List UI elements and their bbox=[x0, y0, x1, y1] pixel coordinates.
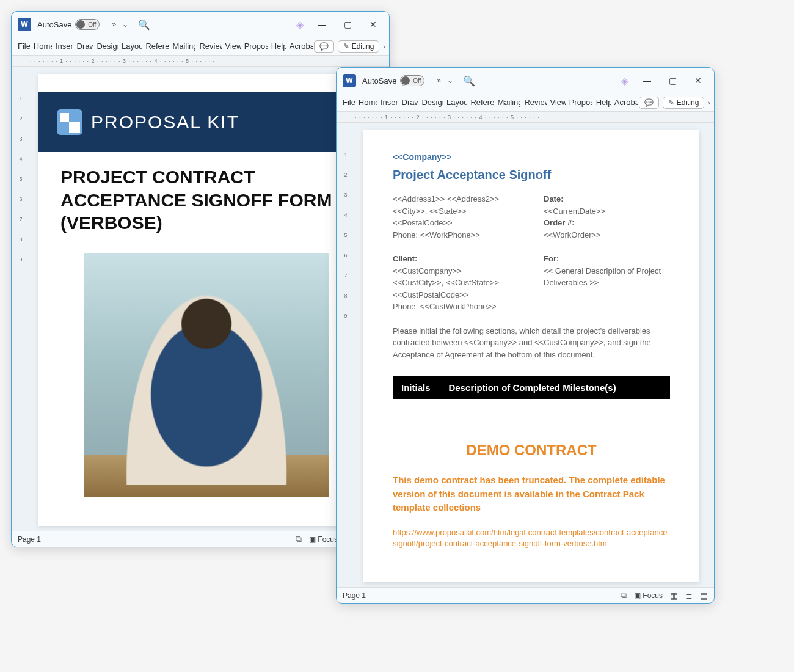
tab-help[interactable]: Help bbox=[594, 95, 611, 109]
vertical-ruler[interactable]: 1 2 3 4 5 6 7 8 9 bbox=[340, 130, 351, 587]
tab-proposal[interactable]: Proposal bbox=[567, 95, 592, 109]
status-bar: Page 1 ⧉ ▣ Focus ▦ ≣ ▤ bbox=[12, 531, 389, 547]
display-settings-icon[interactable]: ⧉ bbox=[621, 590, 627, 601]
ribbon-tabs: File Home Insert Draw Design Layout Refe… bbox=[12, 37, 389, 56]
tab-acrobat[interactable]: Acrobat bbox=[612, 95, 638, 109]
horizontal-ruler[interactable]: · · · · · · · 1 · · · · · · 2 · · · · · … bbox=[12, 56, 389, 67]
tab-acrobat[interactable]: Acrobat bbox=[287, 39, 313, 53]
tab-draw[interactable]: Draw bbox=[399, 95, 418, 109]
search-icon[interactable]: 🔍 bbox=[463, 75, 475, 87]
demo-contract-link[interactable]: https://www.proposalkit.com/htm/legal-co… bbox=[393, 527, 670, 549]
search-icon[interactable]: 🔍 bbox=[138, 19, 150, 31]
tab-design[interactable]: Design bbox=[419, 95, 443, 109]
address-date-row: <<Address1>> <<Address2>> <<City>>, <<St… bbox=[393, 193, 670, 241]
client-for-row: Client: <<CustCompany>> <<CustCity>>, <<… bbox=[393, 253, 670, 313]
horizontal-ruler[interactable]: · · · · · · · 1 · · · · · · 2 · · · · · … bbox=[337, 112, 714, 123]
col-description: Description of Completed Milestone(s) bbox=[449, 382, 616, 393]
document-title: PROJECT CONTRACT ACCEPTANCE SIGNOFF FORM… bbox=[38, 152, 374, 241]
focus-mode-button[interactable]: ▣ Focus bbox=[634, 591, 663, 600]
maximize-button[interactable]: ▢ bbox=[663, 76, 682, 86]
tab-insert[interactable]: Insert bbox=[53, 39, 73, 53]
cover-illustration bbox=[84, 253, 329, 497]
for-label: For: bbox=[544, 253, 670, 265]
word-app-icon: W bbox=[18, 18, 31, 31]
word-app-icon: W bbox=[343, 74, 356, 87]
word-window-1: W AutoSave Off » ⌄ 🔍 ◈ — ▢ ✕ File Home I… bbox=[11, 11, 390, 547]
for-details: << General Description of Project Delive… bbox=[544, 265, 670, 289]
comments-button[interactable]: 💬 bbox=[314, 40, 334, 53]
premium-diamond-icon[interactable]: ◈ bbox=[296, 19, 304, 31]
tab-layout[interactable]: Layout bbox=[444, 95, 467, 109]
ribbon-collapse-icon[interactable]: › bbox=[383, 43, 385, 50]
document-area: 1 2 3 4 5 6 7 8 9 <<Company>> Project Ac… bbox=[337, 123, 714, 587]
qat-more-icon[interactable]: » bbox=[437, 76, 441, 85]
word-window-2: W AutoSave Off » ⌄ 🔍 ◈ — ▢ ✕ File Home I… bbox=[336, 67, 715, 604]
close-button[interactable]: ✕ bbox=[363, 20, 383, 29]
order-value: <<WorkOrder>> bbox=[544, 229, 670, 241]
close-button[interactable]: ✕ bbox=[688, 76, 708, 86]
focus-mode-button[interactable]: ▣ Focus bbox=[309, 535, 338, 544]
tab-references[interactable]: References bbox=[468, 95, 494, 109]
address-block: <<Address1>> <<Address2>> <<City>>, <<St… bbox=[393, 193, 519, 241]
for-block: For: << General Description of Project D… bbox=[544, 253, 670, 313]
premium-diamond-icon[interactable]: ◈ bbox=[621, 75, 628, 87]
pencil-icon: ✎ bbox=[343, 42, 349, 51]
maximize-button[interactable]: ▢ bbox=[338, 20, 357, 29]
tab-file[interactable]: File bbox=[340, 95, 355, 109]
tab-help[interactable]: Help bbox=[269, 39, 286, 53]
tab-draw[interactable]: Draw bbox=[75, 39, 93, 53]
tab-review[interactable]: Review bbox=[522, 95, 546, 109]
autosave-label: AutoSave bbox=[362, 76, 396, 86]
proposal-kit-logo-icon bbox=[57, 109, 82, 135]
brand-name: PROPOSAL KIT bbox=[91, 112, 239, 133]
client-label: Client: bbox=[393, 253, 519, 265]
ribbon-tabs: File Home Insert Draw Design Layout Refe… bbox=[337, 93, 714, 112]
tab-layout[interactable]: Layout bbox=[119, 39, 142, 53]
intro-paragraph: Please initial the following sections, w… bbox=[393, 325, 670, 361]
editing-mode-button[interactable]: ✎Editing bbox=[663, 97, 705, 109]
vertical-ruler[interactable]: 1 2 3 4 5 6 7 8 9 bbox=[15, 74, 26, 531]
read-mode-icon[interactable]: ▦ bbox=[670, 591, 678, 601]
tab-mailings[interactable]: Mailings bbox=[170, 39, 195, 53]
ribbon-dropdown-icon[interactable]: ⌄ bbox=[122, 20, 128, 29]
tab-design[interactable]: Design bbox=[94, 39, 118, 53]
comments-button[interactable]: 💬 bbox=[639, 97, 659, 109]
editing-mode-button[interactable]: ✎Editing bbox=[338, 40, 380, 53]
display-settings-icon[interactable]: ⧉ bbox=[296, 534, 302, 544]
minimize-button[interactable]: — bbox=[312, 20, 332, 29]
tab-review[interactable]: Review bbox=[197, 39, 221, 53]
print-layout-icon[interactable]: ≣ bbox=[685, 591, 693, 601]
pencil-icon: ✎ bbox=[668, 98, 674, 107]
tab-home[interactable]: Home bbox=[31, 39, 52, 53]
tab-view[interactable]: View bbox=[223, 39, 241, 53]
qat-more-icon[interactable]: » bbox=[112, 20, 116, 29]
autosave-toggle[interactable]: Off bbox=[400, 75, 424, 86]
client-details: <<CustCompany>> <<CustCity>>, <<CustStat… bbox=[393, 265, 519, 313]
titlebar: W AutoSave Off » ⌄ 🔍 ◈ — ▢ ✕ bbox=[337, 68, 714, 93]
titlebar: W AutoSave Off » ⌄ 🔍 ◈ — ▢ ✕ bbox=[12, 12, 389, 37]
tab-proposal[interactable]: Proposal bbox=[242, 39, 268, 53]
page-indicator[interactable]: Page 1 bbox=[343, 591, 366, 600]
date-label: Date: bbox=[544, 194, 564, 203]
autosave-toggle[interactable]: Off bbox=[75, 19, 100, 30]
page-indicator[interactable]: Page 1 bbox=[18, 535, 41, 544]
ribbon-collapse-icon[interactable]: › bbox=[708, 99, 710, 106]
minimize-button[interactable]: — bbox=[637, 76, 657, 86]
tab-mailings[interactable]: Mailings bbox=[495, 95, 520, 109]
tab-insert[interactable]: Insert bbox=[378, 95, 398, 109]
demo-contract-text: This demo contract has been truncated. T… bbox=[393, 473, 670, 515]
date-value: <<CurrentDate>> bbox=[544, 205, 670, 217]
comments-icon: 💬 bbox=[319, 42, 329, 51]
company-placeholder: <<Company>> bbox=[393, 152, 670, 162]
tab-home[interactable]: Home bbox=[356, 95, 377, 109]
comments-icon: 💬 bbox=[644, 98, 654, 107]
tab-view[interactable]: View bbox=[548, 95, 566, 109]
tab-references[interactable]: References bbox=[143, 39, 169, 53]
tab-file[interactable]: File bbox=[15, 39, 30, 53]
autosave-label: AutoSave bbox=[37, 20, 71, 29]
document-page-1[interactable]: <<Company>> Project Acceptance Signoff <… bbox=[363, 130, 699, 582]
web-layout-icon[interactable]: ▤ bbox=[700, 591, 708, 601]
document-page-1[interactable]: PROPOSAL KIT PROJECT CONTRACT ACCEPTANCE… bbox=[38, 74, 374, 526]
ribbon-dropdown-icon[interactable]: ⌄ bbox=[447, 76, 453, 85]
document-heading: Project Acceptance Signoff bbox=[393, 168, 670, 182]
